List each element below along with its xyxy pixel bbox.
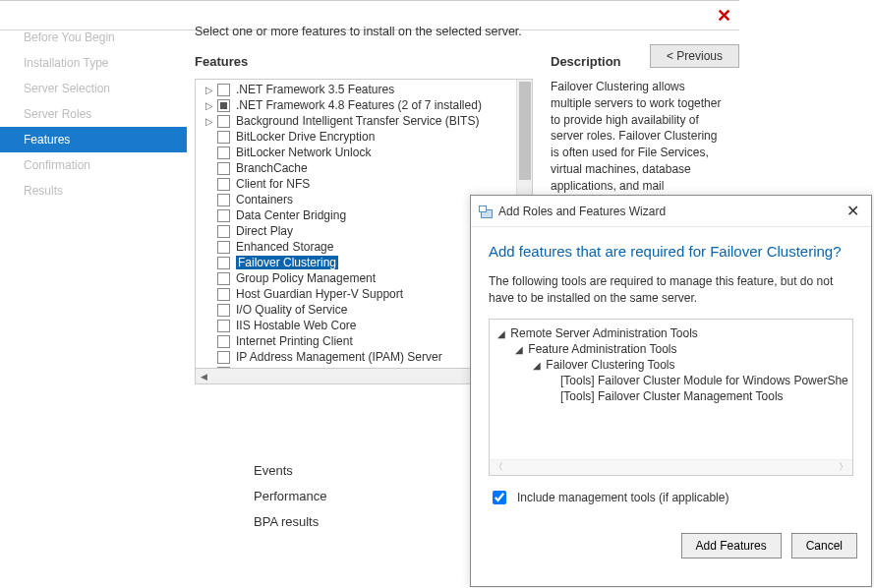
feature-row[interactable]: Direct Play [196, 223, 516, 239]
feature-checkbox[interactable] [217, 162, 230, 175]
wizard-icon [479, 205, 493, 218]
tree-collapse-icon[interactable]: ◢ [533, 360, 543, 371]
feature-row[interactable]: Data Center Bridging [196, 207, 516, 223]
feature-row[interactable]: ▷.NET Framework 4.8 Features (2 of 7 ins… [196, 97, 516, 113]
feature-label[interactable]: I/O Quality of Service [236, 303, 347, 317]
feature-row[interactable]: I/O Quality of Service [196, 302, 516, 318]
instruction-text: Select one or more features to install o… [195, 25, 728, 38]
feature-checkbox[interactable] [217, 257, 230, 269]
feature-label[interactable]: iSNS Server service [236, 366, 341, 368]
feature-label[interactable]: BranchCache [236, 161, 308, 175]
feature-checkbox[interactable] [217, 194, 230, 206]
feature-label[interactable]: Containers [236, 193, 293, 206]
feature-label[interactable]: Data Center Bridging [236, 208, 346, 222]
sidebar-item-before-you-begin[interactable]: Before You Begin [0, 25, 187, 50]
feature-checkbox[interactable] [217, 367, 230, 369]
tree-collapse-icon[interactable]: ◢ [515, 344, 525, 355]
feature-label[interactable]: .NET Framework 3.5 Features [236, 83, 394, 96]
lower-section-links: Events Performance BPA results [254, 458, 326, 535]
feature-label[interactable]: Direct Play [236, 224, 293, 238]
feature-checkbox[interactable] [217, 241, 230, 254]
feature-checkbox[interactable] [217, 147, 230, 159]
dialog-title: Add Roles and Features Wizard [498, 205, 843, 218]
feature-row[interactable]: ▷.NET Framework 3.5 Features [196, 82, 516, 97]
feature-checkbox[interactable] [217, 209, 230, 222]
feature-row[interactable]: BitLocker Network Unlock [196, 145, 516, 160]
feature-label[interactable]: Background Intelligent Transfer Service … [236, 114, 479, 128]
feature-checkbox[interactable] [217, 99, 230, 112]
feature-row[interactable]: IIS Hostable Web Core [196, 318, 516, 333]
feature-row[interactable]: Group Policy Management [196, 270, 516, 286]
feature-checkbox[interactable] [217, 288, 230, 301]
feature-label[interactable]: IP Address Management (IPAM) Server [236, 350, 442, 364]
tree-leaf[interactable]: [Tools] Failover Cluster Module for Wind… [560, 374, 848, 387]
feature-checkbox[interactable] [217, 351, 230, 364]
dialog-close-icon[interactable]: ✕ [843, 202, 863, 220]
sidebar-item-confirmation[interactable]: Confirmation [0, 152, 187, 178]
tree-node[interactable]: Failover Clustering Tools [546, 358, 674, 372]
feature-row[interactable]: IP Address Management (IPAM) Server [196, 349, 516, 365]
feature-row[interactable]: iSNS Server service [196, 365, 516, 368]
feature-label[interactable]: Failover Clustering [236, 256, 338, 269]
cancel-button[interactable]: Cancel [791, 533, 857, 559]
feature-label[interactable]: Host Guardian Hyper-V Support [236, 287, 403, 301]
sidebar-item-server-selection[interactable]: Server Selection [0, 76, 187, 101]
tree-horizontal-scrollbar[interactable]: 〈〉 [490, 459, 852, 475]
expand-icon[interactable]: ▷ [204, 85, 215, 95]
scroll-left-icon[interactable]: ◀ [196, 369, 211, 383]
include-management-tools-label: Include management tools (if applicable) [517, 491, 728, 504]
scrollbar-thumb[interactable] [519, 82, 531, 180]
feature-checkbox[interactable] [217, 272, 230, 285]
feature-label[interactable]: IIS Hostable Web Core [236, 319, 357, 332]
include-management-tools-checkbox[interactable]: Include management tools (if applicable) [489, 488, 853, 507]
performance-link[interactable]: Performance [254, 484, 326, 509]
scroll-left-icon[interactable]: 〈 [494, 460, 503, 474]
feature-row[interactable]: Containers [196, 192, 516, 207]
sidebar-item-installation-type[interactable]: Installation Type [0, 50, 187, 76]
expand-icon[interactable]: ▷ [204, 100, 215, 111]
feature-row[interactable]: ▷Background Intelligent Transfer Service… [196, 113, 516, 129]
feature-checkbox[interactable] [217, 320, 230, 332]
feature-label[interactable]: .NET Framework 4.8 Features (2 of 7 inst… [236, 98, 482, 112]
events-link[interactable]: Events [254, 458, 326, 484]
dialog-message: The following tools are required to mana… [489, 273, 853, 307]
description-heading: Description [551, 54, 728, 69]
feature-label[interactable]: BitLocker Drive Encryption [236, 130, 375, 144]
add-features-button[interactable]: Add Features [681, 533, 782, 559]
feature-label[interactable]: Group Policy Management [236, 271, 376, 285]
feature-row[interactable]: BranchCache [196, 160, 516, 176]
wizard-sidebar: Before You BeginInstallation TypeServer … [0, 1, 187, 396]
expand-icon[interactable]: ▷ [204, 116, 215, 127]
feature-checkbox[interactable] [217, 304, 230, 317]
feature-label[interactable]: Client for NFS [236, 177, 310, 191]
feature-row[interactable]: Client for NFS [196, 176, 516, 192]
feature-checkbox[interactable] [217, 225, 230, 238]
feature-label[interactable]: Internet Printing Client [236, 334, 353, 348]
feature-row[interactable]: Failover Clustering [196, 255, 516, 270]
feature-row[interactable]: Host Guardian Hyper-V Support [196, 286, 516, 302]
scroll-right-icon[interactable]: 〉 [839, 460, 848, 474]
feature-row[interactable]: Internet Printing Client [196, 333, 516, 349]
feature-label[interactable]: Enhanced Storage [236, 240, 333, 254]
tree-node[interactable]: Remote Server Administration Tools [510, 326, 698, 340]
sidebar-item-server-roles[interactable]: Server Roles [0, 101, 187, 127]
features-heading: Features [195, 54, 533, 69]
bpa-results-link[interactable]: BPA results [254, 509, 326, 535]
close-icon[interactable]: ✕ [717, 5, 731, 27]
required-features-tree[interactable]: ◢ Remote Server Administration Tools ◢ F… [489, 319, 853, 476]
sidebar-item-features[interactable]: Features [0, 127, 187, 152]
feature-row[interactable]: Enhanced Storage [196, 239, 516, 255]
feature-checkbox[interactable] [217, 115, 230, 128]
tree-leaf[interactable]: [Tools] Failover Cluster Management Tool… [560, 389, 784, 403]
feature-row[interactable]: BitLocker Drive Encryption [196, 129, 516, 145]
include-management-tools-input[interactable] [493, 491, 506, 504]
feature-checkbox[interactable] [217, 84, 230, 96]
tree-collapse-icon[interactable]: ◢ [497, 328, 507, 339]
dialog-heading: Add features that are required for Failo… [489, 243, 853, 260]
feature-checkbox[interactable] [217, 131, 230, 144]
tree-node[interactable]: Feature Administration Tools [528, 342, 676, 356]
feature-checkbox[interactable] [217, 178, 230, 191]
feature-checkbox[interactable] [217, 335, 230, 348]
feature-label[interactable]: BitLocker Network Unlock [236, 146, 371, 159]
sidebar-item-results[interactable]: Results [0, 178, 187, 204]
